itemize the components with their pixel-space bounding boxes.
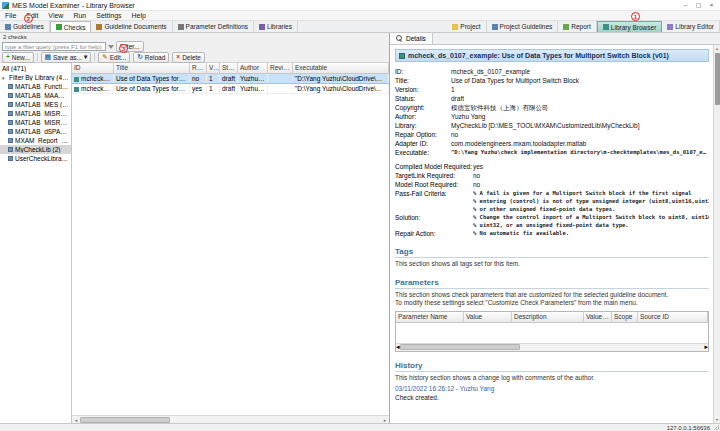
tree-item[interactable]: MATLAB_dSPACE_TargetLi... [0, 127, 71, 136]
column-header-description[interactable]: Description [512, 312, 584, 322]
delete-button[interactable]: × Delete [172, 52, 205, 63]
field-author: Author: Yuzhu Yang [395, 112, 709, 121]
tree-item-mychecklib[interactable]: MyCheckLib (2) [0, 145, 71, 154]
menubar: File Edit View Run Settings Help [0, 11, 720, 21]
minimize-button[interactable]: – [679, 0, 692, 10]
details-fields-group1: ID: mcheck_ds_0107_example Title: Use of… [395, 67, 709, 157]
menu-settings[interactable]: Settings [91, 11, 126, 21]
scrollbar-thumb[interactable] [400, 344, 520, 350]
tree-item[interactable]: UserCheckLibrary (0) [0, 154, 71, 163]
field-repair-action: Repair Action: % No automatic fix availa… [395, 229, 709, 238]
column-header-value-type[interactable]: Value T... [584, 312, 612, 322]
tab-guidelines[interactable]: Guidelines [0, 21, 50, 32]
button-label: Edit... [110, 54, 127, 61]
tab-parameter-definitions[interactable]: Parameter Definitions [173, 21, 255, 32]
tab-details[interactable]: Details [390, 33, 433, 44]
details-fields-group2: Compiled Model Required: yes TargetLink … [395, 162, 709, 238]
tab-library-browser[interactable]: Library Browser [597, 21, 663, 32]
column-header-scope[interactable]: Scope [612, 312, 638, 322]
save-as-button[interactable]: ▤ Save as... ▾ [41, 52, 91, 63]
library-browser-icon [603, 24, 609, 30]
tree-item[interactable]: MATLAB_MISRA_Simulink_S... [0, 109, 71, 118]
tab-checks[interactable]: Checks [50, 21, 92, 32]
column-header-id[interactable]: ID [72, 63, 114, 73]
scrollbar-thumb[interactable] [80, 417, 170, 423]
column-header-reviewer[interactable]: Reviewer [268, 63, 293, 73]
field-solution: Solution: % Change the control inport of… [395, 213, 709, 229]
tree-item[interactable]: MATLAB_MISRA_TargetLink... [0, 118, 71, 127]
menu-view[interactable]: View [43, 11, 68, 21]
tree-item-all[interactable]: All (471) [0, 64, 71, 73]
scroll-right-icon[interactable]: ▸ [381, 417, 389, 423]
scrollbar-thumb[interactable] [715, 53, 720, 105]
tree-label: MATLAB_dSPACE_TargetLi... [15, 128, 69, 135]
field-pass-fail-criteria: Pass-Fail Criteria: % A fail is given fo… [395, 189, 709, 213]
field-id: ID: mcheck_ds_0107_example [395, 67, 709, 76]
tab-report[interactable]: Report [558, 21, 597, 32]
scroll-down-icon[interactable]: ▾ [716, 416, 718, 423]
cell-repair: yes [190, 84, 207, 93]
column-header-repair[interactable]: Repai... [190, 63, 207, 73]
parameters-horizontal-scrollbar[interactable]: ◂ ▸ [396, 343, 708, 351]
cell-title: Use of Data Types for Mult... [114, 74, 190, 83]
scroll-left-icon[interactable]: ◂ [396, 343, 400, 351]
tab-label: Libraries [267, 23, 292, 30]
scroll-up-icon[interactable]: ▴ [716, 45, 718, 52]
column-header-parameter-name[interactable]: Parameter Name [396, 312, 464, 322]
field-copyright: Copyright: 模德宝软件科技（上海）有限公司 [395, 103, 709, 112]
menu-run[interactable]: Run [68, 11, 91, 21]
tab-guideline-documents[interactable]: Guideline Documents [91, 21, 172, 32]
library-icon [8, 84, 13, 89]
column-header-status[interactable]: Status [220, 63, 238, 73]
tree-item[interactable]: MATLAB_MAAB (150) [0, 91, 71, 100]
tree-label: MyCheckLib (2) [15, 146, 61, 153]
tree-item[interactable]: MATLAB_Functional_Safety... [0, 82, 71, 91]
tree-item[interactable]: MXAM_Report_Comparison... [0, 136, 71, 145]
tab-libraries[interactable]: Libraries [254, 21, 298, 32]
edit-button[interactable]: ✎ Edit... [98, 52, 130, 63]
scroll-right-icon[interactable]: ▸ [704, 343, 708, 351]
tab-label: Report [571, 23, 591, 30]
tree-group-filter-by-library[interactable]: ▾ Filter By Library (471) [0, 73, 71, 82]
tabstrip: Guidelines Checks Guideline Documents Pa… [0, 21, 720, 33]
column-header-executable[interactable]: Executable [293, 63, 389, 73]
button-label: Delete [182, 54, 201, 61]
tab-label: Project [460, 23, 480, 30]
tree-item[interactable]: MATLAB_MES (28) [0, 100, 71, 109]
scroll-left-icon[interactable]: ◂ [72, 417, 80, 423]
pencil-icon: ✎ [102, 54, 107, 60]
table-row[interactable]: mcheck_ds_0107_e... Use of Data Types fo… [72, 74, 389, 84]
reload-button[interactable]: ↻ Reload [133, 52, 169, 63]
tab-project-guidelines[interactable]: Project Guidelines [487, 21, 559, 32]
history-heading: History [395, 361, 709, 372]
annotation-marker-2: 2 [24, 14, 33, 23]
column-header-value[interactable]: Value [464, 312, 512, 322]
field-executable: Executable: "D:\Yang Yuzhu\check impleme… [395, 148, 709, 157]
maximize-button[interactable]: ▢ [692, 0, 705, 10]
tab-label: Project Guidelines [500, 23, 553, 30]
table-horizontal-scrollbar[interactable]: ◂ ▸ [72, 415, 389, 423]
menu-file[interactable]: File [0, 11, 21, 21]
library-tree: All (471) ▾ Filter By Library (471) MATL… [0, 63, 72, 423]
cell-status: draft [220, 84, 238, 93]
column-header-source-id[interactable]: Source ID [638, 312, 708, 322]
column-header-version[interactable]: Ver... [207, 63, 220, 73]
history-text: This history section shows a change log … [395, 374, 709, 383]
new-button[interactable]: + New... [2, 52, 34, 63]
tags-text: This section shows all tags set for this… [395, 260, 709, 269]
tab-project[interactable]: Project [447, 21, 486, 32]
cell-executable: "D:\Yang Yuzhu\CloudDrive\OneDrive\won..… [293, 84, 389, 93]
close-button[interactable]: × [705, 0, 718, 10]
column-header-author[interactable]: Author [238, 63, 268, 73]
history-entry-date[interactable]: 03/11/2022 16:26:12 - Yuzhu Yang [395, 384, 709, 393]
details-vertical-scrollbar[interactable]: ▴ ▾ [713, 45, 720, 423]
menu-help[interactable]: Help [127, 11, 151, 21]
filter-input[interactable] [2, 42, 106, 51]
checks-body: All (471) ▾ Filter By Library (471) MATL… [0, 63, 389, 423]
annotation-marker-3: 3 [119, 44, 128, 53]
resize-grip[interactable] [713, 424, 719, 430]
column-header-title[interactable]: Title [114, 63, 190, 73]
table-row[interactable]: mcheck_ds_0107_M... Use of Data Types fo… [72, 84, 389, 94]
chevron-down-icon: ▾ [2, 75, 7, 81]
tab-library-editor[interactable]: Library Editor [662, 21, 720, 32]
